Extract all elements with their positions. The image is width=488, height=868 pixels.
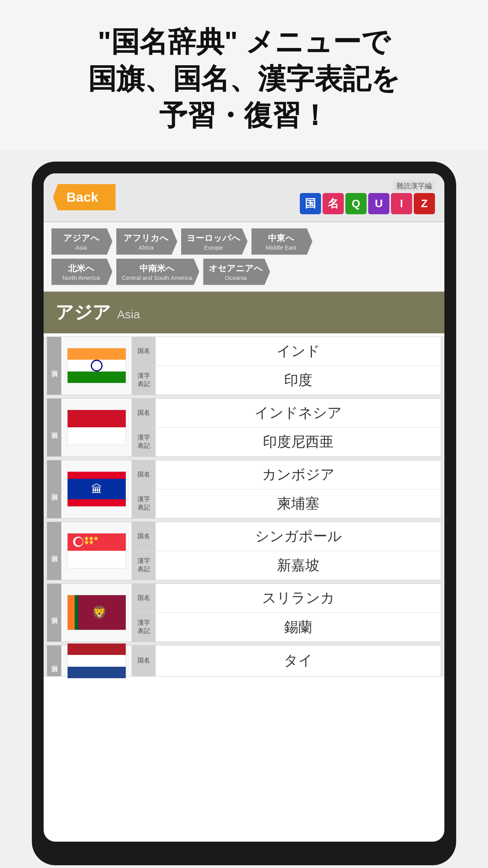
flag-cell-srilanka: 🦁 [61,584,132,642]
info-label-row: 国名 シンガポール [132,522,441,551]
srilanka-flag: 🦁 [67,595,126,630]
nav-btn-europe[interactable]: ヨーロッパへ Europe [181,228,248,255]
info-col-indonesia: 国名 インドネシア 漢字表記 印度尼西亜 [132,399,441,456]
country-list: 国旗 国名 インド 漢字表記 印度 [44,337,444,677]
quiz-tile-1: 名 [323,193,344,214]
nav-area: アジアへ Asia アフリカへ Africa ヨーロッパへ Europe 中東へ… [44,222,444,292]
device-screen: Back 難読漢字編 国 名 Q U I Z アジアへ Asia [44,173,444,842]
nav-row-2: 北米へ North America 中南米へ Central and South… [51,259,437,285]
flag-row-label: 国旗 [47,460,61,518]
flag-row-label: 国旗 [47,337,61,395]
promo-line1: "国名辞典" メニューで [98,26,390,57]
country-name-singapore: シンガポール [156,522,441,551]
info-label-row: 漢字表記 錫蘭 [132,613,441,642]
nav-btn-asia[interactable]: アジアへ Asia [51,228,112,255]
indonesia-flag [67,410,126,445]
promo-line3: 予習・復習！ [159,99,329,131]
kanji-label: 漢字表記 [132,613,156,642]
promo-text: "国名辞典" メニューで 国旗、国名、漢字表記を 予習・復習！ [31,24,457,134]
table-row: 国旗 ⭐⭐⭐⭐⭐ 国名 シンガポール 漢字表記 新嘉坡 [47,522,441,580]
country-name-thailand: タイ [156,645,441,676]
country-kanji-cambodia: 柬埔塞 [156,489,441,518]
promo-area: "国名辞典" メニューで 国旗、国名、漢字表記を 予習・復習！ [0,0,488,150]
flag-row-label: 国旗 [47,584,61,642]
kanji-label: 漢字表記 [132,366,156,395]
info-col-cambodia: 国名 カンボジア 漢字表記 柬埔塞 [132,460,441,518]
name-label: 国名 [132,460,156,489]
cambodia-flag: 🏛 [67,471,126,507]
thailand-flag [67,643,126,679]
quiz-tile-2: Q [345,193,367,214]
flag-row-label: 国旗 [47,522,61,580]
table-row: 国旗 🦁 国名 スリランカ 漢字表記 錫蘭 [47,583,441,642]
promo-line2: 国旗、国名、漢字表記を [88,63,400,94]
name-label: 国名 [132,337,156,366]
info-label-row: 漢字表記 柬埔塞 [132,489,441,518]
nav-btn-middle-east[interactable]: 中東へ Middle East [251,228,312,255]
table-row: 国旗 国名 タイ [47,645,441,677]
quiz-logo-area: 難読漢字編 国 名 Q U I Z [300,180,435,214]
flag-row-label: 国旗 [47,399,61,456]
info-col-thailand: 国名 タイ [132,645,441,676]
section-header: アジア Asia [44,292,444,333]
name-label: 国名 [132,399,156,427]
singapore-flag: ⭐⭐⭐⭐⭐ [67,533,126,568]
info-label-row: 国名 インドネシア [132,399,441,428]
nav-btn-oceania[interactable]: オセアニアへ Oceania [203,259,270,285]
info-col-srilanka: 国名 スリランカ 漢字表記 錫蘭 [132,584,441,642]
table-row: 国旗 🏛 国名 カンボジア 漢字表記 柬埔塞 [47,460,441,519]
info-label-row: 漢字表記 新嘉坡 [132,551,441,580]
flag-cell-thailand [61,645,132,676]
country-name-indonesia: インドネシア [156,399,441,427]
name-label: 国名 [132,522,156,551]
kanji-label: 漢字表記 [132,551,156,580]
info-label-row: 国名 カンボジア [132,460,441,489]
country-name-srilanka: スリランカ [156,584,441,612]
app-header: Back 難読漢字編 国 名 Q U I Z [44,173,444,222]
name-label: 国名 [132,645,156,676]
kanji-label: 漢字表記 [132,428,156,456]
country-name-india: インド [156,337,441,366]
back-button[interactable]: Back [53,184,116,210]
nav-btn-north-america[interactable]: 北米へ North America [51,259,112,285]
section-title-en: Asia [117,308,140,321]
quiz-logo: 国 名 Q U I Z [300,193,435,214]
country-kanji-india: 印度 [156,366,441,395]
kanji-label: 漢字表記 [132,489,156,518]
table-row: 国旗 国名 インドネシア 漢字表記 印度尼西亜 [47,398,441,457]
india-flag [67,348,126,383]
country-name-cambodia: カンボジア [156,460,441,489]
nav-btn-central-south-america[interactable]: 中南米へ Central and South America [116,259,199,285]
nankan-label: 難読漢字編 [393,180,435,191]
quiz-tile-4: I [391,193,412,214]
flag-row-label: 国旗 [47,645,61,676]
flag-cell-cambodia: 🏛 [61,460,132,518]
country-kanji-singapore: 新嘉坡 [156,551,441,580]
flag-cell-singapore: ⭐⭐⭐⭐⭐ [61,522,132,580]
quiz-tile-0: 国 [300,193,321,214]
info-label-row: 漢字表記 印度 [132,366,441,395]
info-col-singapore: 国名 シンガポール 漢字表記 新嘉坡 [132,522,441,580]
quiz-tile-3: U [368,193,389,214]
nav-btn-africa[interactable]: アフリカへ Africa [116,228,177,255]
country-kanji-indonesia: 印度尼西亜 [156,428,441,456]
name-label: 国名 [132,584,156,612]
table-row: 国旗 国名 インド 漢字表記 印度 [47,337,441,395]
india-wheel-icon [91,360,103,371]
singapore-crescent-icon [73,537,83,547]
country-kanji-srilanka: 錫蘭 [156,613,441,642]
device-frame: Back 難読漢字編 国 名 Q U I Z アジアへ Asia [32,162,456,865]
info-label-row: 国名 スリランカ [132,584,441,613]
srilanka-lion-icon: 🦁 [92,605,107,620]
flag-cell-india [61,337,132,395]
flag-cell-indonesia [61,399,132,456]
info-col-india: 国名 インド 漢字表記 印度 [132,337,441,395]
quiz-tile-5: Z [414,193,435,214]
info-label-row: 漢字表記 印度尼西亜 [132,428,441,456]
info-label-row: 国名 タイ [132,645,441,676]
section-title-jp: アジア [55,300,111,325]
nav-row-1: アジアへ Asia アフリカへ Africa ヨーロッパへ Europe 中東へ… [51,228,437,255]
info-label-row: 国名 インド [132,337,441,366]
